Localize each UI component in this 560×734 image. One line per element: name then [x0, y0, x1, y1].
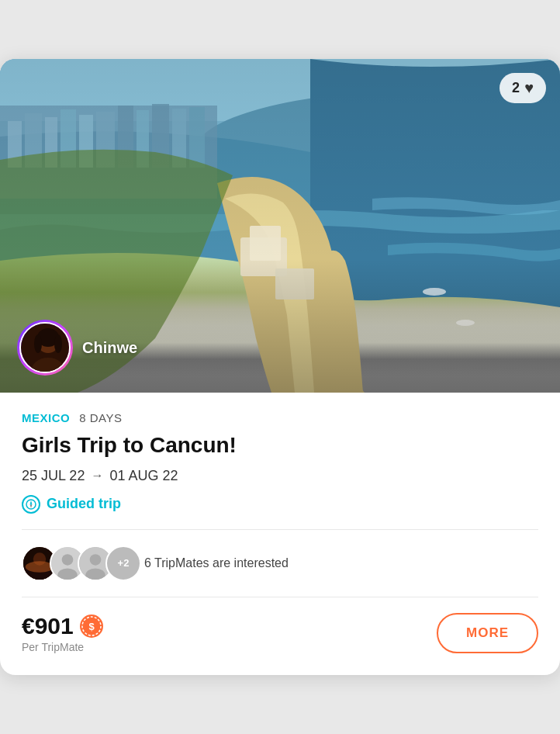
guided-row: Guided trip — [22, 495, 538, 514]
heart-icon: ♥ — [524, 79, 534, 97]
tripmate-extra-count: +2 — [118, 557, 130, 569]
compass-icon — [22, 495, 40, 514]
price-main: €901 $ — [22, 613, 103, 639]
price-amount: €901 — [22, 613, 74, 639]
likes-count: 2 — [512, 80, 520, 96]
days-label: 8 DAYS — [79, 411, 122, 424]
svg-point-30 — [30, 504, 32, 505]
tripmate-avatar-count: +2 — [105, 545, 141, 581]
price-row: €901 $ Per TripMate MORE — [22, 613, 538, 653]
price-sub: Per TripMate — [22, 641, 103, 653]
price-icon: $ — [80, 615, 103, 638]
svg-point-38 — [62, 554, 74, 566]
host-avatar — [19, 322, 71, 373]
avatars-stack: +2 — [22, 545, 133, 581]
divider-1 — [22, 529, 538, 530]
host-avatar-ring — [17, 320, 73, 376]
date-start: 25 JUL 22 — [22, 468, 85, 484]
arrow-icon: → — [91, 469, 103, 483]
card-image: 2 ♥ Chinwe — [0, 59, 560, 393]
price-section: €901 $ Per TripMate — [22, 613, 103, 653]
trip-title: Girls Trip to Cancun! — [22, 432, 538, 459]
svg-point-25 — [34, 334, 42, 353]
svg-point-41 — [90, 554, 102, 566]
svg-point-26 — [54, 334, 62, 353]
guided-label: Guided trip — [47, 496, 121, 512]
date-row: 25 JUL 22 → 01 AUG 22 — [22, 468, 538, 484]
trip-card: 2 ♥ Chinwe — [0, 59, 560, 675]
host-name: Chinwe — [82, 339, 137, 357]
likes-badge[interactable]: 2 ♥ — [500, 73, 546, 103]
date-end: 01 AUG 22 — [109, 468, 178, 484]
divider-2 — [22, 597, 538, 597]
svg-text:$: $ — [88, 621, 95, 632]
location-row: MEXICO 8 DAYS — [22, 411, 538, 424]
tripmates-row: +2 6 TripMates are interested — [22, 545, 538, 581]
location-label: MEXICO — [22, 411, 70, 424]
tripmates-text: 6 TripMates are interested — [144, 556, 289, 570]
host-row: Chinwe — [17, 320, 137, 376]
card-content: MEXICO 8 DAYS Girls Trip to Cancun! 25 J… — [0, 393, 560, 675]
more-button[interactable]: MORE — [437, 613, 538, 653]
